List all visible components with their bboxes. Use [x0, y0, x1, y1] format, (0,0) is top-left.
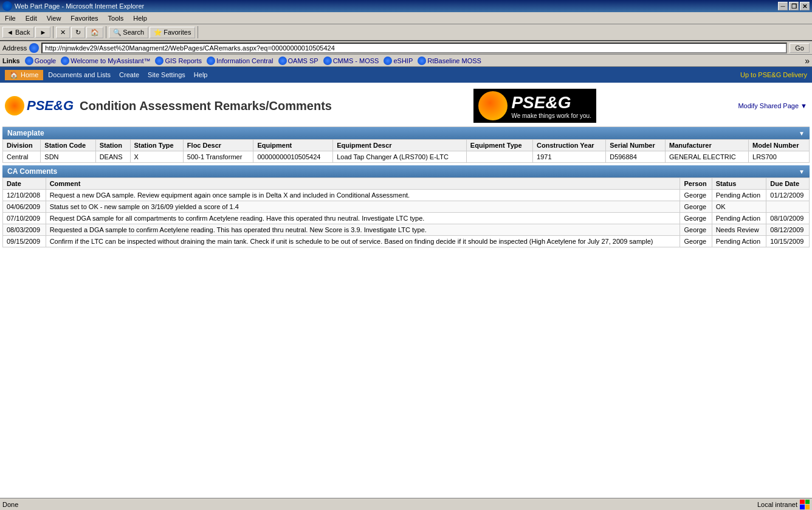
restore-button[interactable]: ❐	[789, 2, 799, 10]
col-date: Date	[3, 178, 46, 190]
windows-logo	[800, 500, 810, 509]
pseg-sun-large-icon	[478, 91, 507, 120]
cell-station-code: SDN	[41, 151, 95, 163]
ca-cell-comment: Requested a DGA sample to confirm Acetyl…	[46, 224, 680, 236]
sp-nav-documents[interactable]: Documents and Lists	[44, 70, 114, 80]
ca-cell-due-date: 08/12/2009	[766, 224, 810, 236]
ca-section-header[interactable]: CA Comments ▼	[2, 165, 810, 177]
cell-station: DEANS	[95, 151, 130, 163]
nameplate-table: Division Station Code Station Station Ty…	[2, 139, 810, 163]
ca-cell-comment: Request DGA sample for all compartments …	[46, 213, 680, 224]
ca-comments-table: Date Comment Person Status Due Date 12/1…	[2, 177, 810, 247]
links-bar: Links Google Welcome to MyAssistant™ GIS…	[0, 55, 812, 67]
menu-edit[interactable]: Edit	[23, 14, 40, 22]
ca-cell-status: Pending Action	[712, 213, 766, 224]
ca-comment-row: 09/15/2009Confirm if the LTC can be insp…	[3, 236, 810, 247]
ca-comment-row: 04/06/2009Status set to OK - new sample …	[3, 201, 810, 213]
ca-collapse-icon: ▼	[799, 168, 805, 175]
col-construction-year: Construction Year	[533, 140, 606, 151]
window-title: Web Part Page - Microsoft Internet Explo…	[15, 2, 144, 10]
back-button[interactable]: ◄ Back	[2, 27, 34, 38]
ie-icon	[2, 1, 12, 11]
links-eship[interactable]: eSHIP	[384, 57, 413, 65]
links-rtbaseline[interactable]: RtBaseline MOSS	[418, 57, 481, 65]
toolbar-separator-3	[198, 26, 198, 38]
address-icon	[29, 43, 39, 53]
ca-cell-comment: Confirm if the LTC can be inspected with…	[46, 236, 680, 247]
stop-button[interactable]: ✕	[56, 27, 70, 38]
close-button[interactable]: ✕	[800, 2, 810, 10]
links-myassistant[interactable]: Welcome to MyAssistant™	[61, 57, 150, 65]
sp-nav: 🏠 Home Documents and Lists Create Site S…	[0, 67, 812, 83]
sp-nav-create[interactable]: Create	[115, 70, 143, 80]
menu-tools[interactable]: Tools	[106, 14, 126, 22]
ca-cell-comment: Status set to OK - new sample on 3/16/09…	[46, 201, 680, 213]
col-station-type: Station Type	[130, 140, 183, 151]
address-go-button[interactable]: Go	[790, 43, 810, 53]
win-quadrant-3	[800, 505, 805, 509]
status-done-label: Done	[2, 501, 18, 508]
forward-button[interactable]: ►	[35, 27, 50, 38]
menu-view[interactable]: View	[44, 14, 64, 22]
win-quadrant-2	[805, 500, 810, 505]
page-header-left: PSE&G Condition Assessment Remarks/Comme…	[5, 96, 332, 115]
pseg-header-logo: PSE&G We make things work for you.	[473, 89, 596, 123]
nameplate-section-header[interactable]: Nameplate ▼	[2, 127, 810, 139]
ca-cell-due-date	[766, 201, 810, 213]
cell-equipment: 00000000010505424	[253, 151, 333, 163]
toolbar-separator-1	[53, 26, 53, 38]
address-input[interactable]	[41, 43, 787, 53]
address-bar: Address Go	[0, 41, 812, 55]
refresh-button[interactable]: ↻	[71, 27, 85, 38]
col-comment: Comment	[46, 178, 680, 190]
sp-nav-settings[interactable]: Site Settings	[144, 70, 189, 80]
sp-nav-home-button[interactable]: 🏠 Home	[5, 70, 43, 80]
toolbar-separator-2	[106, 26, 106, 38]
search-button[interactable]: 🔍 Search	[109, 27, 148, 38]
nameplate-section: Nameplate ▼ Division Station Code Statio…	[2, 127, 810, 163]
col-station: Station	[95, 140, 130, 151]
ca-comment-row: 08/03/2009Requested a DGA sample to conf…	[3, 224, 810, 236]
links-gis-reports[interactable]: GIS Reports	[155, 57, 202, 65]
pseg-sun-icon	[5, 96, 24, 115]
ca-cell-person: George	[680, 190, 712, 201]
menu-favorites[interactable]: Favorites	[68, 14, 100, 22]
page-title: Condition Assessment Remarks/Comments	[80, 99, 332, 113]
links-label: Links	[2, 57, 20, 64]
cell-serial-number: D596884	[606, 151, 666, 163]
sp-nav-up-link[interactable]: Up to PSE&G Delivery	[740, 71, 807, 78]
menu-bar: File Edit View Favorites Tools Help	[0, 12, 812, 24]
ca-cell-person: George	[680, 201, 712, 213]
title-bar: Web Part Page - Microsoft Internet Explo…	[0, 0, 812, 12]
links-oams[interactable]: OAMS SP	[278, 57, 318, 65]
ca-cell-status: Pending Action	[712, 190, 766, 201]
nameplate-collapse-icon: ▼	[799, 130, 805, 137]
nameplate-header-row: Division Station Code Station Station Ty…	[3, 140, 810, 151]
ca-cell-due-date: 10/15/2009	[766, 236, 810, 247]
col-station-code: Station Code	[41, 140, 95, 151]
pseg-text-logo: PSE&G	[27, 98, 74, 114]
ca-cell-person: George	[680, 236, 712, 247]
sp-nav-help[interactable]: Help	[190, 70, 212, 80]
favorites-button[interactable]: ⭐ Favorites	[150, 27, 195, 38]
title-bar-left: Web Part Page - Microsoft Internet Explo…	[2, 1, 144, 11]
modify-shared-page-link[interactable]: Modify Shared Page ▼	[738, 102, 807, 109]
cell-equipment-type	[466, 151, 532, 163]
links-expand-icon[interactable]: »	[805, 56, 810, 66]
home-icon: 🏠	[10, 71, 18, 79]
home-button[interactable]: 🏠	[86, 27, 103, 38]
minimize-button[interactable]: ─	[778, 2, 788, 10]
ca-cell-comment: Request a new DGA sample. Review equipme…	[46, 190, 680, 201]
links-cmms[interactable]: CMMS - MOSS	[323, 57, 379, 65]
links-google[interactable]: Google	[25, 57, 56, 65]
menu-help[interactable]: Help	[131, 14, 150, 22]
address-label: Address	[2, 44, 27, 52]
col-status: Status	[712, 178, 766, 190]
col-equipment-type: Equipment Type	[466, 140, 532, 151]
status-zone-label: Local intranet	[757, 501, 797, 508]
menu-file[interactable]: File	[2, 14, 18, 22]
col-serial-number: Serial Number	[606, 140, 666, 151]
links-info-central[interactable]: Information Central	[207, 57, 274, 65]
col-equipment: Equipment	[253, 140, 333, 151]
cell-equipment-descr: Load Tap Changer A (LRS700) E-LTC	[333, 151, 467, 163]
